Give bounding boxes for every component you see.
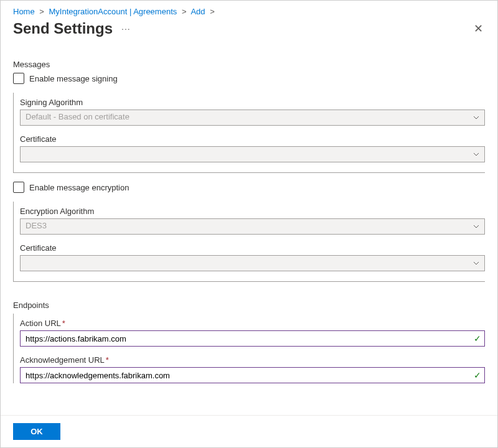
required-indicator: * xyxy=(106,355,109,365)
action-url-input-wrap: ✓ xyxy=(20,330,485,347)
enable-encryption-row: Enable message encryption xyxy=(13,182,485,193)
chevron-right-icon: > xyxy=(182,7,187,16)
encryption-group: Encryption Algorithm DES3 Certificate xyxy=(13,202,485,282)
enable-encryption-checkbox[interactable] xyxy=(13,182,24,193)
ack-url-input-wrap: ✓ xyxy=(20,367,485,383)
breadcrumb-link-home[interactable]: Home xyxy=(13,7,35,16)
checkmark-icon: ✓ xyxy=(474,334,481,343)
chevron-down-icon xyxy=(473,225,479,228)
action-url-label: Action URL* xyxy=(20,319,485,328)
ack-url-input[interactable] xyxy=(20,367,485,383)
more-icon[interactable]: ··· xyxy=(121,24,131,34)
footer: OK xyxy=(1,415,497,447)
chevron-right-icon: > xyxy=(210,7,215,16)
breadcrumb-link-account[interactable]: MyIntegrationAccount | Agreements xyxy=(49,7,177,16)
enable-encryption-label: Enable message encryption xyxy=(29,183,129,192)
endpoints-group: Action URL* ✓ Acknowledgement URL* ✓ xyxy=(13,314,485,383)
chevron-down-icon xyxy=(473,152,479,156)
encryption-algorithm-value: DES3 xyxy=(26,221,47,230)
signing-algorithm-label: Signing Algorithm xyxy=(20,98,485,107)
messages-section-label: Messages xyxy=(13,60,485,69)
encryption-algorithm-label: Encryption Algorithm xyxy=(20,207,485,216)
enable-signing-row: Enable message signing xyxy=(13,73,485,84)
encryption-certificate-dropdown[interactable] xyxy=(20,255,485,271)
breadcrumb: Home > MyIntegrationAccount | Agreements… xyxy=(1,1,497,20)
encryption-certificate-label: Certificate xyxy=(20,243,485,253)
required-indicator: * xyxy=(62,319,65,328)
breadcrumb-link-add[interactable]: Add xyxy=(190,7,205,16)
enable-signing-label: Enable message signing xyxy=(29,74,118,83)
signing-group: Signing Algorithm Default - Based on cer… xyxy=(13,93,485,173)
chevron-right-icon: > xyxy=(39,7,44,16)
signing-algorithm-value: Default - Based on certificate xyxy=(26,112,129,121)
page-title: Send Settings xyxy=(13,20,113,37)
close-icon[interactable]: ✕ xyxy=(471,22,485,35)
ack-url-label: Acknowledgement URL* xyxy=(20,355,485,365)
content-area: Messages Enable message signing Signing … xyxy=(1,60,497,396)
signing-algorithm-dropdown[interactable]: Default - Based on certificate xyxy=(20,110,485,126)
chevron-down-icon xyxy=(473,261,479,265)
page-header: Send Settings ··· ✕ xyxy=(1,20,497,45)
signing-certificate-label: Certificate xyxy=(20,134,485,144)
enable-signing-checkbox[interactable] xyxy=(13,73,24,84)
signing-certificate-dropdown[interactable] xyxy=(20,146,485,162)
chevron-down-icon xyxy=(473,116,479,119)
endpoints-section-label: Endpoints xyxy=(13,301,485,310)
checkmark-icon: ✓ xyxy=(474,370,481,380)
encryption-algorithm-dropdown[interactable]: DES3 xyxy=(20,218,485,235)
action-url-input[interactable] xyxy=(20,330,485,347)
ok-button[interactable]: OK xyxy=(13,423,60,440)
